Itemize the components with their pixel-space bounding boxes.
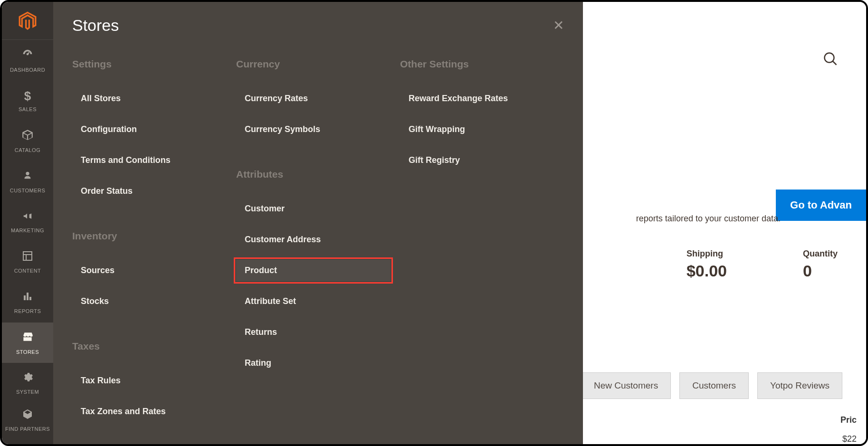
flyout-column-3: Other Settings Reward Exchange Rates Gif… [400, 58, 564, 422]
person-icon [22, 169, 33, 185]
tab-yotpo-reviews[interactable]: Yotpo Reviews [757, 372, 842, 399]
storefront-icon [21, 331, 34, 346]
link-product-attribute[interactable]: Product [236, 260, 391, 281]
stat-label: Quantity [803, 249, 838, 259]
close-icon: ✕ [553, 18, 564, 33]
stat-value: 0 [803, 262, 838, 280]
gauge-icon [21, 47, 34, 64]
link-all-stores[interactable]: All Stores [72, 88, 227, 109]
stat-label: Shipping [687, 249, 727, 259]
nav-label: STORES [16, 349, 39, 355]
link-rating[interactable]: Rating [236, 352, 391, 374]
group-heading-settings: Settings [72, 58, 227, 70]
tab-new-customers[interactable]: New Customers [581, 372, 671, 399]
nav-content[interactable]: CONTENT [2, 242, 53, 282]
blurb-text: reports tailored to your customer data. [636, 214, 781, 224]
bars-icon [22, 291, 33, 305]
flyout-column-2: Currency Currency Rates Currency Symbols… [236, 58, 400, 422]
search-icon [823, 52, 838, 66]
nav-label: REPORTS [14, 308, 41, 314]
magento-logo[interactable] [2, 2, 53, 40]
main-sidebar: DASHBOARD $ SALES CATALOG CUSTOMERS MARK… [2, 2, 53, 444]
nav-catalog[interactable]: CATALOG [2, 121, 53, 161]
link-configuration[interactable]: Configuration [72, 119, 227, 140]
nav-label: FIND PARTNERS [5, 426, 50, 432]
close-flyout-button[interactable]: ✕ [553, 18, 564, 33]
stat-quantity: Quantity 0 [803, 249, 838, 280]
group-heading-other-settings: Other Settings [400, 58, 554, 70]
link-gift-registry[interactable]: Gift Registry [400, 150, 554, 171]
layout-icon [22, 250, 33, 265]
nav-label: SALES [19, 106, 37, 112]
tab-customers[interactable]: Customers [679, 372, 749, 399]
nav-marketing[interactable]: MARKETING [2, 201, 53, 242]
nav-label: CATALOG [15, 147, 40, 153]
link-reward-exchange-rates[interactable]: Reward Exchange Rates [400, 88, 554, 109]
group-heading-currency: Currency [236, 58, 391, 70]
link-customer-address-attribute[interactable]: Customer Address [236, 229, 391, 250]
flyout-title: Stores [72, 16, 119, 35]
nav-label: DASHBOARD [10, 67, 45, 73]
bullhorn-icon [21, 210, 34, 225]
stores-flyout-panel: Stores ✕ Settings All Stores Configurati… [53, 2, 583, 444]
link-attribute-set[interactable]: Attribute Set [236, 291, 391, 312]
nav-find-partners[interactable]: FIND PARTNERS [2, 403, 53, 437]
advanced-reporting-button[interactable]: Go to Advan [776, 190, 866, 221]
group-heading-taxes: Taxes [72, 341, 227, 352]
link-stocks[interactable]: Stocks [72, 291, 227, 312]
stat-shipping: Shipping $0.00 [687, 249, 727, 280]
link-currency-symbols[interactable]: Currency Symbols [236, 119, 391, 140]
link-gift-wrapping[interactable]: Gift Wrapping [400, 119, 554, 140]
nav-label: CONTENT [14, 268, 41, 274]
nav-label: CUSTOMERS [10, 188, 46, 193]
dollar-icon: $ [24, 89, 31, 104]
link-tax-rules[interactable]: Tax Rules [72, 370, 227, 391]
nav-stores[interactable]: STORES [2, 323, 53, 363]
link-currency-rates[interactable]: Currency Rates [236, 88, 391, 109]
gear-icon [22, 371, 33, 386]
flyout-column-1: Settings All Stores Configuration Terms … [72, 58, 236, 422]
cube-icon [22, 408, 33, 423]
group-heading-inventory: Inventory [72, 230, 227, 242]
nav-label: MARKETING [11, 228, 44, 233]
link-customer-attribute[interactable]: Customer [236, 198, 391, 219]
box-icon [21, 129, 34, 144]
nav-reports[interactable]: REPORTS [2, 282, 53, 323]
nav-label: SYSTEM [16, 389, 39, 395]
magento-logo-icon [18, 11, 38, 31]
nav-sales[interactable]: $ SALES [2, 80, 53, 121]
link-order-status[interactable]: Order Status [72, 180, 227, 202]
price-value: $22 [842, 434, 857, 444]
stat-value: $0.00 [687, 262, 727, 280]
nav-customers[interactable]: CUSTOMERS [2, 161, 53, 201]
nav-dashboard[interactable]: DASHBOARD [2, 40, 53, 80]
search-button[interactable] [823, 52, 838, 69]
link-terms-and-conditions[interactable]: Terms and Conditions [72, 150, 227, 171]
link-returns[interactable]: Returns [236, 322, 391, 343]
link-tax-zones-and-rates[interactable]: Tax Zones and Rates [72, 401, 227, 422]
price-column-label: Pric [840, 415, 857, 425]
nav-system[interactable]: SYSTEM [2, 363, 53, 403]
group-heading-attributes: Attributes [236, 169, 391, 180]
link-sources[interactable]: Sources [72, 260, 227, 281]
